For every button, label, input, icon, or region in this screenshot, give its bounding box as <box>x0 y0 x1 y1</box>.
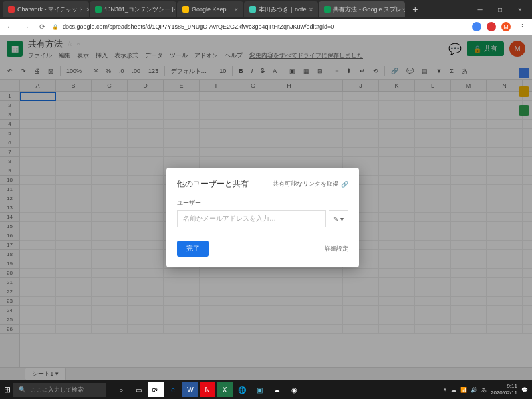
netflix-icon[interactable]: N <box>200 382 215 397</box>
browser-tab[interactable]: 1JN301_コンテンツシート（ツール）× <box>90 1 176 17</box>
taskbar-search[interactable]: 🔍 ここに入力して検索 <box>13 383 106 397</box>
spreadsheet-app: ▦ 共有方法 ☆ ▫ ファイル編集表示挿入表示形式データツールアドオンヘルプ変更… <box>0 35 532 380</box>
store-icon[interactable]: 🛍 <box>148 382 164 397</box>
onedrive-icon[interactable]: ☁ <box>451 387 456 393</box>
chrome-icon[interactable]: 🌐 <box>234 382 250 397</box>
app-icon[interactable]: ☁ <box>269 382 285 397</box>
word-icon[interactable]: W <box>182 382 198 397</box>
profile-icon[interactable]: M <box>501 22 511 31</box>
ime-icon[interactable]: あ <box>481 386 487 394</box>
browser-tab[interactable]: 共有方法 - Google スプレッドシー× <box>319 1 405 17</box>
notifications-icon[interactable]: 💬 <box>521 387 528 393</box>
task-view-icon[interactable]: ▭ <box>130 382 146 397</box>
extension-icon[interactable] <box>487 22 496 31</box>
reload-button[interactable]: ⟳ <box>36 21 48 33</box>
browser-tab[interactable]: Google Keep× <box>177 1 243 17</box>
volume-icon[interactable]: 🔊 <box>471 387 477 393</box>
forward-button[interactable]: → <box>20 21 32 33</box>
users-label: ユーザー <box>177 199 348 207</box>
minimize-button[interactable]: ─ <box>471 1 489 17</box>
dialog-title: 他のユーザーと共有 <box>177 178 249 190</box>
url-field[interactable]: docs.google.com/spreadsheets/d/1QP7Y1s85… <box>63 23 468 30</box>
share-dialog: 他のユーザーと共有 共有可能なリンクを取得 🔗 ユーザー 名前かメールアドレスを… <box>166 168 359 267</box>
browser-tab[interactable]: 本田みつき｜note× <box>244 1 318 17</box>
edge-icon[interactable]: e <box>165 382 181 397</box>
cortana-icon[interactable]: ○ <box>113 382 129 397</box>
start-button[interactable]: ⊞ <box>4 385 11 394</box>
windows-taskbar: ⊞ 🔍 ここに入力して検索 ○ ▭ 🛍 e W N X 🌐 ▣ ☁ ◉ ∧ ☁ … <box>0 380 532 399</box>
close-tab-icon[interactable]: × <box>86 6 89 13</box>
extension-icon[interactable] <box>472 22 481 31</box>
excel-icon[interactable]: X <box>217 382 233 397</box>
menu-button[interactable]: ⋮ <box>516 21 528 33</box>
address-bar: ← → ⟳ 🔒 docs.google.com/spreadsheets/d/1… <box>0 19 532 35</box>
close-tab-icon[interactable]: × <box>234 6 238 13</box>
link-icon: 🔗 <box>341 181 348 188</box>
new-tab-button[interactable]: + <box>408 3 422 16</box>
advanced-link[interactable]: 詳細設定 <box>325 245 348 253</box>
people-input[interactable]: 名前かメールアドレスを入力… <box>177 210 326 227</box>
back-button[interactable]: ← <box>4 21 16 33</box>
app-icon[interactable]: ◉ <box>286 382 302 397</box>
search-icon: 🔍 <box>19 386 26 393</box>
permission-select[interactable]: ✎ ▾ <box>329 210 348 227</box>
maximize-button[interactable]: □ <box>491 1 509 17</box>
lock-icon: 🔒 <box>52 24 59 30</box>
clock[interactable]: 9:11 2020/02/11 <box>491 383 517 396</box>
app-icon[interactable]: ▣ <box>251 382 267 397</box>
browser-tabs: Chatwork - マイチャット×1JN301_コンテンツシート（ツール）×G… <box>0 0 532 19</box>
get-link-button[interactable]: 共有可能なリンクを取得 🔗 <box>273 180 348 188</box>
tray-chevron-icon[interactable]: ∧ <box>443 387 447 393</box>
close-tab-icon[interactable]: × <box>309 6 313 13</box>
window-controls: ─ □ × <box>471 1 529 17</box>
wifi-icon[interactable]: 📶 <box>460 387 467 393</box>
browser-tab[interactable]: Chatwork - マイチャット× <box>3 1 89 17</box>
done-button[interactable]: 完了 <box>177 241 209 257</box>
close-window-button[interactable]: × <box>511 1 529 17</box>
